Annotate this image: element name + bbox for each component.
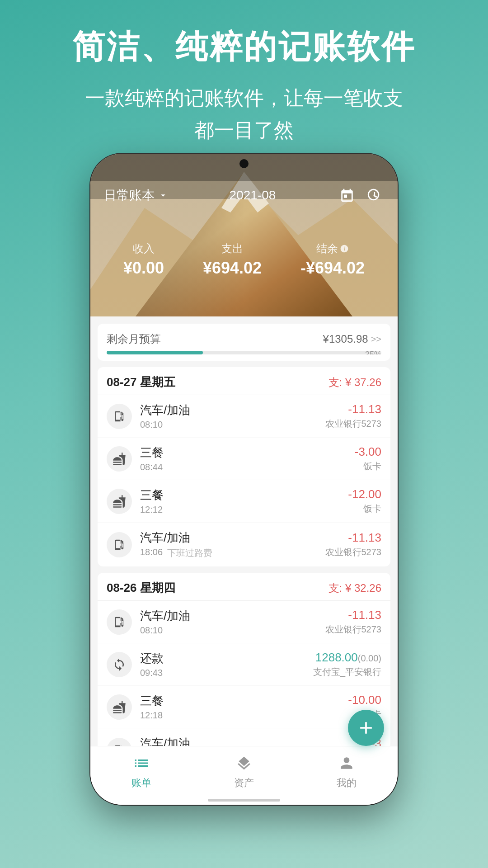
transaction-item[interactable]: 汽车/加油 18:06下班过路费测试... ......... -3 农业... — [98, 728, 390, 746]
list-icon — [131, 753, 152, 774]
tx-info: 三餐 12:18 — [140, 693, 340, 721]
info-icon — [340, 244, 349, 253]
gas-icon — [107, 609, 132, 635]
income-stat: 收入 ¥0.00 — [123, 241, 164, 278]
nav-label-ledger: 账单 — [131, 776, 151, 790]
nav-label-profile: 我的 — [337, 776, 357, 790]
date-group-0827: 08-27 星期五 支: ¥ 37.26 汽车/加油 08:10 — [98, 367, 390, 566]
page-header: 简洁、纯粹的记账软件 一款纯粹的记账软件，让每一笔收支都一目了然 — [0, 0, 488, 160]
meal-icon — [107, 489, 132, 514]
transaction-list: 08-27 星期五 支: ¥ 37.26 汽车/加油 08:10 — [90, 361, 398, 746]
transaction-item[interactable]: 还款 09:43 1288.00(0.00) 支付宝_平安银行 — [98, 643, 390, 686]
date-group-0826: 08-26 星期四 支: ¥ 32.26 汽车/加油 08:10 — [98, 573, 390, 746]
tx-amount-area: 1288.00(0.00) 支付宝_平安银行 — [313, 651, 381, 678]
budget-amount: ¥1305.98 >> — [323, 333, 381, 345]
tx-amount-area: -11.13 农业银行5273 — [325, 531, 382, 558]
chart-icon[interactable] — [364, 185, 384, 205]
page-subtitle: 一款纯粹的记账软件，让每一笔收支都一目了然 — [27, 82, 461, 146]
date-title-0827: 08-27 星期五 — [107, 374, 175, 390]
tx-info: 三餐 08:44 — [140, 445, 347, 472]
transaction-item[interactable]: 汽车/加油 18:06下班过路费 -11.13 农业银行5273 — [98, 523, 390, 566]
home-indicator — [90, 796, 398, 805]
balance-label: 结余 — [300, 241, 365, 256]
phone-mockup: 日常账本 2021-08 — [90, 154, 398, 805]
tx-info: 还款 09:43 — [140, 651, 305, 678]
transaction-item[interactable]: 汽车/加油 08:10 -11.13 农业银行5273 — [98, 601, 390, 643]
gas-icon — [107, 404, 132, 429]
nav-label-assets: 资产 — [234, 776, 254, 790]
repay-icon — [107, 652, 132, 677]
tx-info: 汽车/加油 08:10 — [140, 608, 317, 636]
date-title-0826: 08-26 星期四 — [107, 580, 175, 596]
nav-item-ledger[interactable]: 账单 — [90, 753, 193, 790]
expense-label: 支出 — [203, 241, 262, 256]
balance-value: -¥694.02 — [300, 259, 365, 278]
transaction-item[interactable]: 三餐 08:44 -3.00 饭卡 — [98, 438, 390, 480]
income-value: ¥0.00 — [123, 259, 164, 278]
tx-info: 汽车/加油 08:10 — [140, 402, 317, 430]
add-fab[interactable] — [348, 710, 384, 746]
date-header-0827: 08-27 星期五 支: ¥ 37.26 — [98, 367, 390, 395]
budget-chevron: >> — [371, 334, 381, 344]
layers-icon — [234, 753, 254, 774]
transaction-item[interactable]: 三餐 12:12 -12.00 饭卡 — [98, 480, 390, 523]
tx-amount-area: -3.00 饭卡 — [355, 445, 381, 472]
chevron-down-icon — [158, 190, 168, 200]
nav-item-assets[interactable]: 资产 — [193, 753, 296, 790]
meal-icon — [107, 446, 132, 472]
expense-stat: 支出 ¥694.02 — [203, 241, 262, 278]
account-selector[interactable]: 日常账本 — [104, 187, 168, 204]
notch — [90, 154, 398, 181]
expense-value: ¥694.02 — [203, 259, 262, 278]
tx-amount-area: -12.00 饭卡 — [348, 487, 381, 515]
gas-icon — [107, 738, 132, 746]
date-header-0826: 08-26 星期四 支: ¥ 32.26 — [98, 573, 390, 601]
header-top-row: 日常账本 2021-08 — [104, 185, 384, 205]
plus-icon — [356, 718, 376, 738]
nav-item-profile[interactable]: 我的 — [295, 753, 398, 790]
bottom-nav: 账单 资产 我的 — [90, 746, 398, 796]
header-date: 2021-08 — [230, 188, 276, 203]
budget-bar[interactable]: 剩余月预算 ¥1305.98 >> 35% — [98, 324, 390, 361]
person-icon — [336, 753, 357, 774]
tx-info: 三餐 12:12 — [140, 487, 340, 515]
budget-label: 剩余月预算 — [107, 332, 161, 346]
tx-info: 汽车/加油 18:06下班过路费 — [140, 530, 317, 559]
gas-icon — [107, 532, 132, 557]
tx-info: 汽车/加油 18:06下班过路费测试... ......... — [140, 736, 347, 746]
transaction-item[interactable]: 三餐 12:18 -10.00 饭卡 — [98, 686, 390, 728]
meal-icon — [107, 694, 132, 720]
transaction-item[interactable]: 汽车/加油 08:10 -11.13 农业银行5273 — [98, 395, 390, 438]
date-total-0826: 支: ¥ 32.26 — [328, 581, 381, 595]
income-label: 收入 — [123, 241, 164, 256]
app-content: 剩余月预算 ¥1305.98 >> 35% — [90, 316, 398, 805]
budget-fill — [107, 351, 203, 354]
page-title: 简洁、纯粹的记账软件 — [27, 27, 461, 66]
calendar-icon[interactable] — [337, 185, 357, 205]
date-total-0827: 支: ¥ 37.26 — [328, 375, 381, 390]
stats-row: 收入 ¥0.00 支出 ¥694.02 结余 -¥694. — [104, 241, 384, 278]
app-header: 日常账本 2021-08 — [90, 154, 398, 316]
tx-amount-area: -11.13 农业银行5273 — [325, 608, 382, 636]
budget-progress: 35% — [107, 351, 381, 354]
balance-stat: 结余 -¥694.02 — [300, 241, 365, 278]
budget-percent: 35% — [365, 351, 381, 354]
tx-amount-area: -11.13 农业银行5273 — [325, 402, 382, 430]
home-bar — [208, 799, 280, 802]
